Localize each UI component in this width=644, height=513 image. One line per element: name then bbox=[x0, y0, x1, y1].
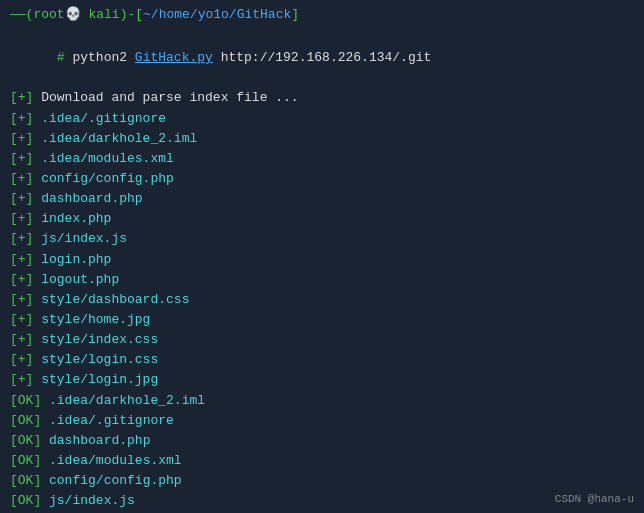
ok-bracket: [OK] bbox=[10, 433, 41, 448]
plus-bracket: [+] bbox=[10, 312, 33, 327]
user-label: root bbox=[33, 7, 64, 22]
output-line: [+] logout.php bbox=[10, 270, 634, 290]
ok-bracket: [OK] bbox=[10, 493, 41, 508]
kali-label: kali bbox=[81, 7, 120, 22]
file-path: login.php bbox=[33, 252, 111, 267]
bracket-end: ] bbox=[291, 7, 299, 22]
plus-bracket: [+] bbox=[10, 131, 33, 146]
output-line: [+] login.php bbox=[10, 250, 634, 270]
ok-bracket: [OK] bbox=[10, 393, 41, 408]
output-line: [+] style/home.jpg bbox=[10, 310, 634, 330]
ok-bracket: [OK] bbox=[10, 413, 41, 428]
target-url: http://192.168.226.134/.git bbox=[213, 50, 431, 65]
file-path: .idea/modules.xml bbox=[33, 151, 173, 166]
terminal-content: # python2 GitHack.py http://192.168.226.… bbox=[0, 26, 644, 513]
output-area: [+] Download and parse index file ...[+]… bbox=[10, 88, 634, 513]
title-text: ——(root💀 kali)-[~/home/yo1o/GitHack] bbox=[10, 6, 299, 22]
output-line: [OK] .idea/.gitignore bbox=[10, 411, 634, 431]
file-path: style/index.css bbox=[33, 332, 158, 347]
file-path: style/login.jpg bbox=[33, 372, 158, 387]
file-path: .idea/.gitignore bbox=[33, 111, 166, 126]
file-path: .idea/darkhole_2.iml bbox=[41, 393, 205, 408]
output-line: [OK] js/index.js bbox=[10, 491, 634, 511]
output-line: [OK] dashboard.php bbox=[10, 431, 634, 451]
file-path: .idea/modules.xml bbox=[41, 453, 181, 468]
file-path: index.php bbox=[33, 211, 111, 226]
file-path: style/dashboard.css bbox=[33, 292, 189, 307]
file-path: js/index.js bbox=[41, 493, 135, 508]
file-path: style/home.jpg bbox=[33, 312, 150, 327]
output-line: [OK] .idea/modules.xml bbox=[10, 451, 634, 471]
file-path: dashboard.php bbox=[41, 433, 150, 448]
script-name: GitHack.py bbox=[135, 50, 213, 65]
output-line: [+] style/login.jpg bbox=[10, 370, 634, 390]
plus-bracket: [+] bbox=[10, 272, 33, 287]
output-line: [+] style/login.css bbox=[10, 350, 634, 370]
skull-icon: 💀 bbox=[65, 7, 81, 22]
bracket-middle: )-[ bbox=[120, 7, 143, 22]
output-line: [+] js/index.js bbox=[10, 229, 634, 249]
output-line: [+] .idea/modules.xml bbox=[10, 149, 634, 169]
file-path: .idea/darkhole_2.iml bbox=[33, 131, 197, 146]
path-label: ~/home/yo1o/GitHack bbox=[143, 7, 291, 22]
plus-bracket: [+] bbox=[10, 231, 33, 246]
plus-bracket: [+] bbox=[10, 252, 33, 267]
plus-bracket: [+] bbox=[10, 352, 33, 367]
file-path: style/login.css bbox=[33, 352, 158, 367]
plus-bracket: [+] bbox=[10, 151, 33, 166]
output-line: [OK] .idea/darkhole_2.iml bbox=[10, 391, 634, 411]
command-line: # python2 GitHack.py http://192.168.226.… bbox=[10, 28, 634, 88]
file-path: .idea/.gitignore bbox=[41, 413, 174, 428]
line-text: Download and parse index file ... bbox=[33, 90, 298, 105]
output-line: [+] index.php bbox=[10, 209, 634, 229]
file-path: config/config.php bbox=[41, 473, 181, 488]
output-line: [+] Download and parse index file ... bbox=[10, 88, 634, 108]
output-line: [+] .idea/.gitignore bbox=[10, 109, 634, 129]
output-line: [+] config/config.php bbox=[10, 169, 634, 189]
ok-bracket: [OK] bbox=[10, 453, 41, 468]
terminal-window: ——(root💀 kali)-[~/home/yo1o/GitHack] # p… bbox=[0, 0, 644, 513]
plus-bracket: [+] bbox=[10, 171, 33, 186]
output-line: [+] style/index.css bbox=[10, 330, 634, 350]
title-bar: ——(root💀 kali)-[~/home/yo1o/GitHack] bbox=[0, 0, 644, 26]
dash-decoration: ——( bbox=[10, 7, 33, 22]
output-line: [+] style/dashboard.css bbox=[10, 290, 634, 310]
plus-bracket: [+] bbox=[10, 292, 33, 307]
plus-bracket: [+] bbox=[10, 332, 33, 347]
plus-bracket: [+] bbox=[10, 90, 33, 105]
file-path: logout.php bbox=[33, 272, 119, 287]
file-path: js/index.js bbox=[33, 231, 127, 246]
plus-bracket: [+] bbox=[10, 211, 33, 226]
output-line: [+] .idea/darkhole_2.iml bbox=[10, 129, 634, 149]
cmd-python: python2 bbox=[65, 50, 135, 65]
plus-bracket: [+] bbox=[10, 111, 33, 126]
plus-bracket: [+] bbox=[10, 191, 33, 206]
plus-bracket: [+] bbox=[10, 372, 33, 387]
ok-bracket: [OK] bbox=[10, 473, 41, 488]
prompt-hash: # bbox=[57, 50, 65, 65]
file-path: dashboard.php bbox=[33, 191, 142, 206]
watermark: CSDN @hana-u bbox=[555, 493, 634, 505]
output-line: [+] dashboard.php bbox=[10, 189, 634, 209]
file-path: config/config.php bbox=[33, 171, 173, 186]
output-line: [OK] config/config.php bbox=[10, 471, 634, 491]
